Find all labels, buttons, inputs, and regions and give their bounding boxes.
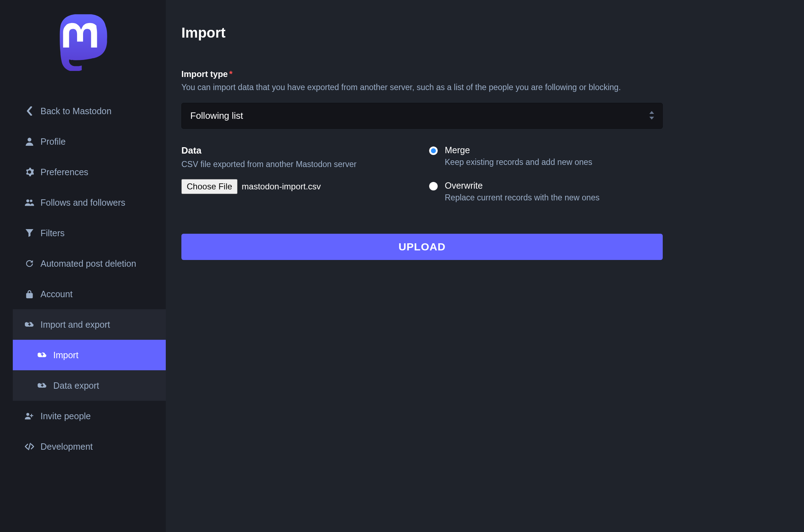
sidebar-item-label: Profile bbox=[40, 137, 66, 147]
mode-merge-label: Merge bbox=[445, 145, 592, 155]
upload-button[interactable]: UPLOAD bbox=[181, 234, 663, 260]
sidebar-item-invite[interactable]: Invite people bbox=[0, 401, 166, 431]
import-type-select[interactable]: Following list bbox=[181, 103, 663, 129]
gear-icon bbox=[25, 168, 34, 176]
sidebar-item-development[interactable]: Development bbox=[0, 431, 166, 462]
sidebar-item-filters[interactable]: Filters bbox=[0, 218, 166, 248]
import-type-desc: You can import data that you have export… bbox=[181, 83, 663, 92]
logo[interactable] bbox=[0, 14, 166, 71]
user-icon bbox=[25, 137, 34, 146]
filter-icon bbox=[25, 229, 34, 237]
mastodon-logo-icon bbox=[56, 14, 110, 71]
sidebar-item-label: Invite people bbox=[40, 411, 91, 421]
sidebar-group-import-export: Import and export Import Data export bbox=[13, 309, 166, 401]
main-content: Import Import type* You can import data … bbox=[166, 0, 691, 532]
data-and-mode-row: Data CSV file exported from another Mast… bbox=[181, 145, 663, 216]
mode-merge-desc: Keep existing records and add new ones bbox=[445, 157, 592, 167]
sidebar-item-label: Filters bbox=[40, 228, 65, 238]
users-icon bbox=[25, 199, 34, 206]
sidebar-subitem-label: Import bbox=[53, 350, 78, 360]
choose-file-button[interactable]: Choose File bbox=[181, 179, 237, 194]
sidebar-subitem-import[interactable]: Import bbox=[13, 340, 166, 370]
sidebar-item-label: Import and export bbox=[40, 320, 110, 330]
cloud-down-icon bbox=[38, 382, 47, 389]
radio-merge[interactable] bbox=[429, 146, 438, 155]
cloud-up-icon bbox=[38, 351, 47, 359]
sidebar-item-back[interactable]: Back to Mastodon bbox=[0, 96, 166, 126]
mode-overwrite[interactable]: Overwrite Replace current records with t… bbox=[429, 181, 663, 203]
lock-icon bbox=[25, 290, 34, 298]
data-label: Data bbox=[181, 145, 415, 156]
sidebar-item-follows[interactable]: Follows and followers bbox=[0, 187, 166, 218]
mode-field: Merge Keep existing records and add new … bbox=[429, 145, 663, 216]
data-field: Data CSV file exported from another Mast… bbox=[181, 145, 415, 216]
svg-point-1 bbox=[26, 199, 29, 202]
sidebar-item-label: Preferences bbox=[40, 167, 88, 177]
sidebar-item-account[interactable]: Account bbox=[0, 279, 166, 309]
svg-point-0 bbox=[28, 138, 32, 142]
sidebar-item-profile[interactable]: Profile bbox=[0, 126, 166, 157]
svg-point-2 bbox=[30, 200, 32, 202]
nav: Back to Mastodon Profile Preferences Fol… bbox=[0, 96, 166, 462]
import-type-field: Import type* You can import data that yo… bbox=[181, 69, 663, 129]
sidebar-item-label: Development bbox=[40, 442, 93, 452]
svg-point-3 bbox=[26, 413, 29, 416]
required-marker: * bbox=[229, 69, 233, 79]
code-icon bbox=[25, 443, 34, 450]
sidebar-item-preferences[interactable]: Preferences bbox=[0, 157, 166, 187]
sidebar: Back to Mastodon Profile Preferences Fol… bbox=[0, 0, 166, 532]
mode-merge[interactable]: Merge Keep existing records and add new … bbox=[429, 145, 663, 167]
sidebar-subitem-data-export[interactable]: Data export bbox=[13, 370, 166, 401]
page-title: Import bbox=[181, 25, 663, 41]
import-type-select-wrap: Following list bbox=[181, 103, 663, 129]
sidebar-item-label: Account bbox=[40, 289, 72, 299]
cloud-down-icon bbox=[25, 321, 34, 328]
data-desc: CSV file exported from another Mastodon … bbox=[181, 160, 415, 169]
user-plus-icon bbox=[25, 412, 34, 420]
selected-file-name: mastodon-import.csv bbox=[242, 182, 321, 192]
mode-overwrite-desc: Replace current records with the new one… bbox=[445, 193, 600, 203]
sidebar-item-label: Follows and followers bbox=[40, 198, 125, 208]
radio-overwrite[interactable] bbox=[429, 182, 438, 190]
sidebar-item-label: Automated post deletion bbox=[40, 259, 136, 269]
mode-overwrite-label: Overwrite bbox=[445, 181, 600, 191]
sidebar-item-automated-deletion[interactable]: Automated post deletion bbox=[0, 248, 166, 279]
sidebar-subitem-label: Data export bbox=[53, 381, 99, 391]
history-icon bbox=[25, 259, 34, 268]
import-type-label: Import type* bbox=[181, 69, 663, 79]
chevron-left-icon bbox=[25, 106, 34, 116]
sidebar-item-import-export[interactable]: Import and export bbox=[13, 309, 166, 340]
file-input-row: Choose File mastodon-import.csv bbox=[181, 179, 415, 194]
sidebar-item-label: Back to Mastodon bbox=[40, 106, 111, 116]
